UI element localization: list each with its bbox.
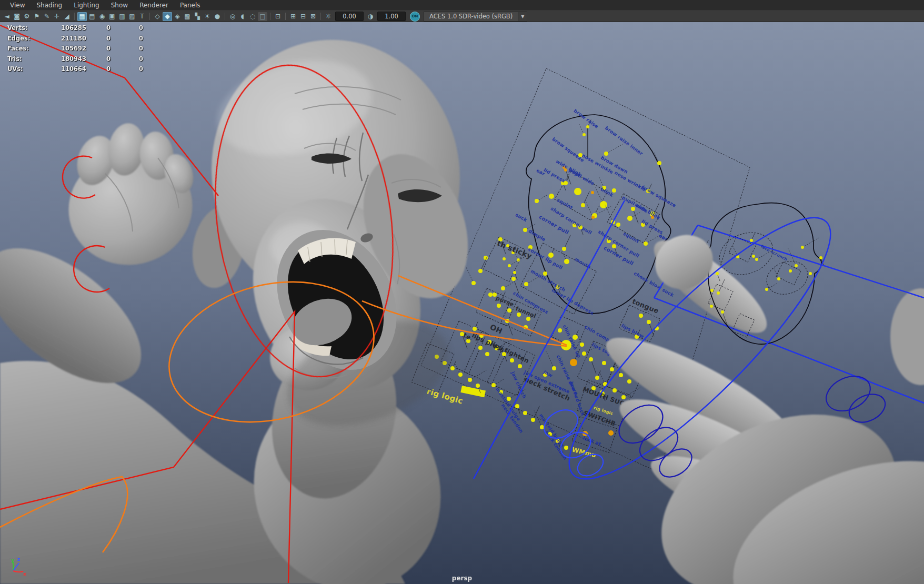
picker-control-dot[interactable] [721, 310, 724, 314]
picker-control-dot[interactable] [795, 264, 798, 267]
view-transform-toggle[interactable]: ON [410, 12, 420, 22]
camera-lock-icon[interactable]: ◙ [12, 12, 22, 21]
picker-control-dot[interactable] [608, 430, 614, 436]
picker-control-dot[interactable] [657, 161, 661, 165]
textured-icon[interactable]: ▩ [183, 12, 192, 21]
picker-control-dot[interactable] [552, 366, 556, 370]
exposure-field[interactable]: 0.00 [335, 12, 364, 21]
camera-select-icon[interactable]: ◄ [2, 12, 12, 21]
picker-control-dot[interactable] [755, 258, 758, 261]
picker-control-dot[interactable] [627, 379, 631, 384]
picker-control-dot[interactable] [710, 305, 713, 308]
exposure-icon[interactable]: ☼ [324, 12, 333, 21]
tear-off-copy-icon[interactable]: ⊟ [298, 12, 308, 21]
picker-control-dot[interactable] [540, 425, 544, 429]
picker-control-dot[interactable] [549, 194, 554, 199]
edit-camera-icon[interactable]: ✎ [42, 12, 52, 21]
anti-aliasing-icon[interactable]: ◌ [248, 12, 257, 21]
picker-control-dot[interactable] [524, 282, 528, 286]
motion-blur-icon[interactable]: ◖ [238, 12, 247, 21]
picker-control-dot[interactable] [610, 367, 614, 371]
picker-control-dot[interactable] [591, 191, 594, 194]
picker-control-dot[interactable] [750, 239, 753, 242]
picker-control-dot[interactable] [491, 383, 496, 387]
picker-control-dot[interactable] [710, 289, 714, 292]
picker-control-dot[interactable] [627, 216, 632, 221]
transparency-icon[interactable]: □ [258, 12, 267, 21]
gate-mask-icon[interactable]: ▣ [107, 12, 117, 21]
picker-control-dot[interactable] [586, 125, 589, 128]
picker-control-dot[interactable] [602, 361, 606, 365]
picker-control-dot[interactable] [570, 359, 577, 366]
picker-control-dot[interactable] [478, 269, 483, 273]
gamma-field[interactable]: 1.00 [377, 12, 406, 21]
picker-control-dot[interactable] [513, 271, 516, 274]
film-gate-icon[interactable]: ▤ [87, 12, 97, 21]
gamma-icon[interactable]: ◑ [366, 12, 375, 21]
picker-control-dot[interactable] [497, 304, 501, 308]
picker-control-dot[interactable] [511, 277, 516, 281]
picker-control-dot[interactable] [809, 272, 812, 275]
picker-control-dot[interactable] [621, 395, 626, 399]
picker-control-dot[interactable] [777, 277, 780, 280]
wireframe-icon[interactable]: ◇ [153, 12, 162, 21]
wireframe-on-shaded-icon[interactable]: ◈ [173, 12, 182, 21]
picker-control-dot[interactable] [717, 291, 720, 295]
use-default-material-icon[interactable]: ▚ [193, 12, 202, 21]
picker-control-dot[interactable] [478, 346, 483, 350]
picker-control-dot[interactable] [631, 207, 635, 211]
picker-control-dot[interactable] [510, 358, 514, 363]
picker-control-dot[interactable] [531, 418, 535, 422]
grid-icon[interactable]: ▦ [77, 12, 87, 21]
menu-item-show[interactable]: Show [105, 2, 134, 9]
picker-control-dot[interactable] [458, 372, 463, 377]
picker-control-dot[interactable] [580, 343, 584, 347]
lighting-icon[interactable]: ☀ [203, 12, 212, 21]
picker-control-dot[interactable] [473, 327, 477, 331]
isolate-select-icon[interactable]: ⊡ [273, 12, 283, 21]
pan-zoom-icon[interactable]: ✛ [52, 12, 62, 21]
picker-control-dot[interactable] [508, 264, 511, 267]
menu-item-view[interactable]: View [4, 2, 31, 9]
picker-control-dot[interactable] [476, 384, 480, 388]
picker-control-dot[interactable] [574, 188, 581, 195]
picker-control-dot[interactable] [523, 411, 527, 415]
picker-control-dot[interactable] [716, 272, 719, 275]
picker-control-dot[interactable] [548, 253, 554, 258]
picker-control-dot[interactable] [515, 404, 519, 408]
picker-control-dot[interactable] [450, 366, 455, 370]
chevron-down-icon[interactable]: ▼ [518, 12, 527, 21]
raise-panel-icon[interactable]: ⊞ [288, 12, 298, 21]
picker-control-dot[interactable] [644, 241, 648, 246]
picker-control-dot[interactable] [595, 376, 599, 380]
picker-control-dot[interactable] [647, 320, 651, 324]
shadows-icon[interactable]: ● [213, 12, 222, 21]
picker-control-dot[interactable] [612, 388, 617, 392]
picker-control-dot[interactable] [639, 314, 643, 318]
camera-attributes-icon[interactable]: ⚙ [22, 12, 32, 21]
picker-control-dot[interactable] [819, 256, 822, 259]
menu-item-panels[interactable]: Panels [174, 2, 206, 9]
picker-control-dot[interactable] [582, 351, 586, 356]
picker-control-dot[interactable] [468, 378, 472, 382]
picker-control-dot[interactable] [471, 281, 476, 285]
smooth-shade-icon[interactable]: ◆ [163, 12, 172, 21]
resolution-gate-icon[interactable]: ◉ [97, 12, 107, 21]
colorspace-dropdown[interactable]: ACES 1.0 SDR-video (sRGB) ▼ [424, 12, 527, 22]
picker-control-dot[interactable] [564, 446, 568, 450]
occlusion-icon[interactable]: ◎ [228, 12, 237, 21]
picker-control-dot[interactable] [591, 216, 595, 219]
picker-control-dot[interactable] [507, 308, 511, 313]
picker-control-dot[interactable] [523, 228, 527, 232]
picker-control-dot[interactable] [765, 288, 768, 291]
viewport-canvas[interactable]: brow raisebrow raise innerbrow squeezeno… [0, 0, 924, 584]
snapshot-icon[interactable]: ⊠ [308, 12, 318, 21]
picker-control-dot[interactable] [564, 259, 569, 264]
picker-control-dot[interactable] [604, 152, 608, 156]
picker-control-dot[interactable] [589, 357, 593, 361]
picker-control-dot[interactable] [518, 364, 522, 368]
image-plane-icon[interactable]: ▨ [127, 12, 137, 21]
picker-control-dot[interactable] [789, 269, 792, 273]
picker-control-dot[interactable] [801, 246, 804, 249]
picker-control-dot[interactable] [752, 255, 755, 258]
